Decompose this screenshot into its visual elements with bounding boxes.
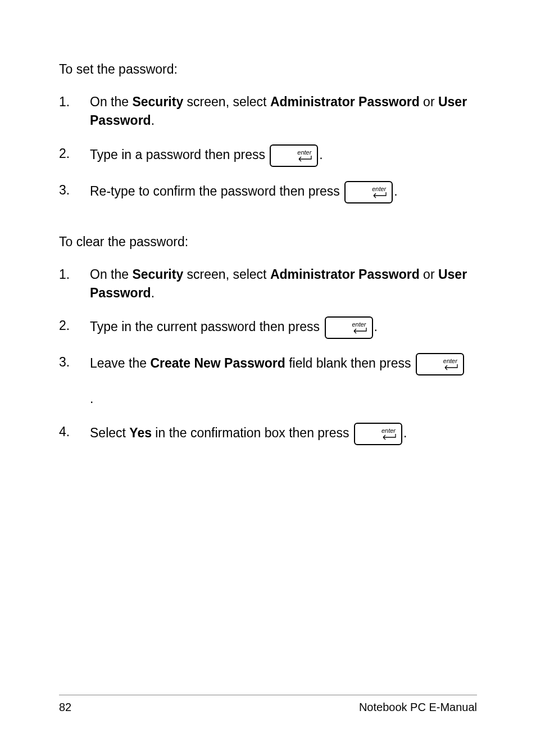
text: . — [151, 286, 155, 300]
step-body: On the Security screen, select Administr… — [90, 265, 477, 303]
text: Type in a password then press — [90, 147, 269, 162]
text: On the — [90, 94, 132, 109]
text: . — [151, 113, 155, 128]
step-body: Re-type to confirm the password then pre… — [90, 181, 477, 203]
list-item: 2. Type in a password then press enter. — [59, 144, 477, 167]
text: field blank then press — [285, 356, 415, 370]
enter-arrow-icon — [296, 156, 312, 162]
text: Re-type to confirm the password then pre… — [90, 184, 343, 198]
enter-arrow-icon — [351, 328, 367, 334]
enter-arrow-icon — [380, 434, 396, 441]
text: . — [374, 319, 378, 334]
step-number: 3. — [59, 353, 90, 372]
enter-key-icon: enter — [354, 423, 402, 445]
clear-password-steps: 1. On the Security screen, select Admini… — [59, 265, 477, 445]
bold-text: Create New Password — [150, 356, 285, 370]
enter-key-icon: enter — [416, 353, 464, 375]
text: Leave the — [90, 356, 150, 370]
step-body: Select Yes in the confirmation box then … — [90, 423, 477, 445]
clear-password-intro: To clear the password: — [59, 234, 477, 250]
page-number: 82 — [59, 701, 71, 714]
enter-key-icon: enter — [270, 144, 318, 167]
step-body: On the Security screen, select Administr… — [90, 93, 477, 130]
text: in the confirmation box then press — [152, 425, 353, 440]
list-item: 4. Select Yes in the confirmation box th… — [59, 423, 477, 445]
enter-key-icon: enter — [325, 316, 373, 339]
bold-text: Administrator Password — [270, 94, 420, 109]
step-number: 3. — [59, 181, 90, 200]
enter-arrow-icon — [442, 364, 458, 371]
bold-text: Administrator Password — [270, 267, 420, 282]
list-item: 3. Leave the Create New Password field b… — [59, 353, 477, 408]
text: or — [420, 267, 438, 282]
bold-text: Security — [132, 267, 183, 282]
text: . — [90, 391, 93, 406]
enter-arrow-icon — [371, 192, 387, 199]
page-footer: 82 Notebook PC E-Manual — [59, 695, 477, 714]
text: . — [403, 425, 407, 440]
text: screen, select — [183, 267, 270, 282]
step-number: 1. — [59, 265, 90, 284]
step-body: Leave the Create New Password field blan… — [90, 353, 477, 408]
text: or — [420, 94, 438, 109]
list-item: 2. Type in the current password then pre… — [59, 316, 477, 339]
set-password-steps: 1. On the Security screen, select Admini… — [59, 93, 477, 203]
text: . — [394, 184, 397, 198]
set-password-intro: To set the password: — [59, 62, 477, 77]
step-number: 2. — [59, 144, 90, 163]
enter-key-icon: enter — [344, 181, 393, 203]
footer-title: Notebook PC E-Manual — [359, 701, 477, 714]
list-item: 1. On the Security screen, select Admini… — [59, 93, 477, 130]
text: Type in the current password then press — [90, 319, 324, 334]
text: . — [319, 147, 322, 162]
text: screen, select — [183, 94, 270, 109]
text: Select — [90, 425, 129, 440]
step-body: Type in the current password then press … — [90, 316, 477, 339]
bold-text: Security — [132, 94, 183, 109]
text: On the — [90, 267, 132, 282]
step-number: 4. — [59, 423, 90, 441]
step-number: 2. — [59, 316, 90, 335]
bold-text: Yes — [129, 425, 152, 440]
list-item: 1. On the Security screen, select Admini… — [59, 265, 477, 303]
step-number: 1. — [59, 93, 90, 111]
list-item: 3. Re-type to confirm the password then … — [59, 181, 477, 203]
step-body: Type in a password then press enter. — [90, 144, 477, 167]
page-content: To set the password: 1. On the Security … — [0, 0, 536, 445]
